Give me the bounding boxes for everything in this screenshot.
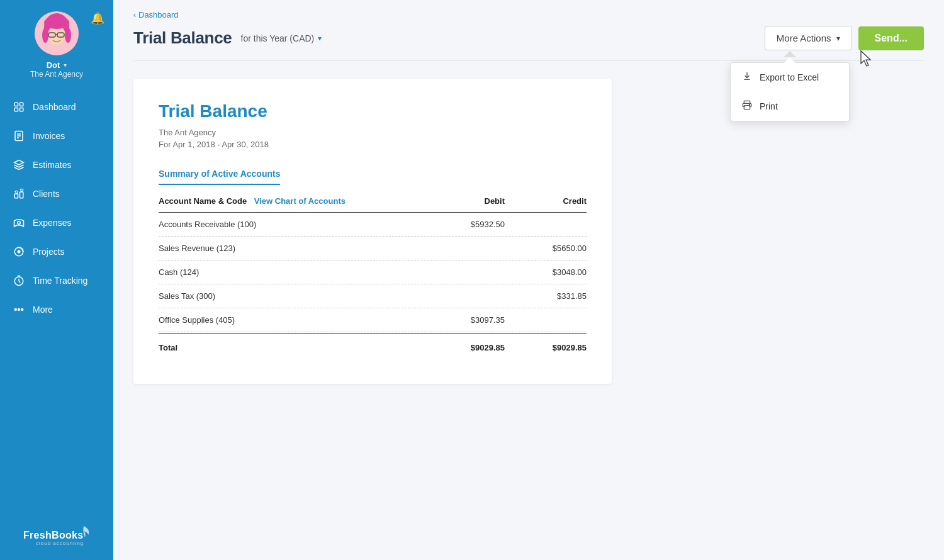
row-account-0: Accounts Receivable (100): [159, 220, 417, 229]
sidebar-item-label-estimates: Estimates: [33, 160, 71, 170]
row-account-4: Office Supplies (405): [159, 315, 417, 325]
period-selector[interactable]: for this Year (CAD) ▾: [241, 33, 322, 43]
dropdown-item-print[interactable]: Print: [731, 92, 849, 121]
svg-point-19: [18, 221, 21, 225]
total-row: Total $9029.85 $9029.85: [159, 333, 587, 359]
table-row: Accounts Receivable (100) $5932.50: [159, 213, 587, 237]
svg-rect-12: [20, 108, 23, 111]
col-debit-header: Debit: [417, 196, 505, 206]
table-row: Office Supplies (405) $3097.35: [159, 308, 587, 332]
row-credit-1: $5650.00: [505, 244, 587, 253]
page-title-group: Trial Balance for this Year (CAD) ▾: [133, 28, 322, 48]
sidebar-item-label-projects: Projects: [33, 247, 65, 257]
row-account-2: Cash (124): [159, 267, 417, 277]
svg-point-27: [18, 309, 20, 311]
svg-point-28: [21, 309, 23, 311]
sidebar-item-label-more: More: [33, 305, 53, 315]
sidebar-item-clients[interactable]: Clients: [0, 179, 113, 208]
download-icon: [742, 71, 752, 84]
more-actions-dropdown: Export to Excel Print: [730, 62, 850, 121]
table-row: Cash (124) $3048.00: [159, 260, 587, 284]
sidebar-item-label-invoices: Invoices: [33, 131, 65, 141]
row-debit-0: $5932.50: [417, 220, 505, 229]
sidebar-item-label-dashboard: Dashboard: [33, 102, 76, 112]
accounts-table: Account Name & Code View Chart of Accoun…: [159, 196, 587, 359]
time-tracking-icon: [13, 274, 25, 287]
sidebar-item-label-time-tracking: Time Tracking: [33, 276, 87, 286]
projects-icon: [13, 245, 25, 258]
sidebar-item-estimates[interactable]: Estimates: [0, 150, 113, 179]
clients-icon: [13, 188, 25, 200]
expenses-icon: [13, 216, 25, 229]
total-credit: $9029.85: [505, 343, 587, 352]
svg-point-3: [44, 16, 69, 29]
svg-point-33: [749, 104, 750, 105]
estimates-icon: [13, 159, 25, 171]
notification-bell-icon[interactable]: 🔔: [91, 11, 104, 25]
export-excel-label: Export to Excel: [760, 72, 819, 82]
svg-line-24: [19, 281, 20, 283]
send-button[interactable]: Send...: [858, 26, 924, 50]
col-credit-header: Credit: [505, 196, 587, 206]
breadcrumb[interactable]: ‹ Dashboard: [133, 10, 924, 20]
sidebar-item-dashboard[interactable]: Dashboard: [0, 92, 113, 121]
more-icon: [13, 303, 25, 316]
svg-rect-9: [14, 103, 18, 106]
svg-point-7: [42, 28, 48, 43]
freshbooks-logo: FreshBooks cloud accounting: [22, 524, 91, 550]
col-account-header: Account Name & Code View Chart of Accoun…: [159, 196, 417, 206]
avatar[interactable]: [35, 11, 79, 55]
svg-text:FreshBooks: FreshBooks: [23, 530, 83, 540]
profile-name[interactable]: Dot ▾: [47, 60, 67, 70]
dashboard-icon: [13, 101, 25, 113]
report-period: For Apr 1, 2018 - Apr 30, 2018: [159, 140, 587, 149]
row-account-1: Sales Revenue (123): [159, 244, 417, 253]
view-chart-link[interactable]: View Chart of Accounts: [254, 196, 346, 206]
sidebar-footer: FreshBooks cloud accounting: [12, 513, 101, 560]
profile-section: 🔔 Dot ▾: [0, 0, 113, 86]
sidebar: 🔔 Dot ▾: [0, 0, 113, 560]
page-header: ‹ Dashboard Trial Balance for this Year …: [113, 0, 944, 61]
total-debit: $9029.85: [417, 343, 505, 352]
table-row: Sales Tax (300) $331.85: [159, 284, 587, 308]
more-actions-button[interactable]: More Actions ▾: [765, 26, 852, 50]
breadcrumb-arrow-icon: ‹: [133, 11, 136, 20]
more-actions-chevron-icon: ▾: [836, 34, 840, 43]
report-title: Trial Balance: [159, 101, 587, 121]
dropdown-item-export-excel[interactable]: Export to Excel: [731, 63, 849, 92]
svg-text:cloud accounting: cloud accounting: [36, 540, 84, 546]
sidebar-item-invoices[interactable]: Invoices: [0, 121, 113, 150]
row-debit-4: $3097.35: [417, 315, 505, 325]
breadcrumb-label: Dashboard: [138, 10, 179, 20]
svg-point-26: [14, 309, 16, 311]
invoices-icon: [13, 130, 25, 142]
period-dropdown-arrow-icon: ▾: [318, 34, 322, 43]
send-label: Send...: [875, 33, 907, 43]
section-title: Summary of Active Accounts: [159, 169, 280, 185]
sidebar-item-time-tracking[interactable]: Time Tracking: [0, 266, 113, 295]
table-row: Sales Revenue (123) $5650.00: [159, 237, 587, 260]
svg-rect-18: [20, 192, 23, 198]
more-actions-label: More Actions: [777, 33, 831, 43]
report-company: The Ant Agency: [159, 126, 587, 140]
profile-dropdown-arrow-icon: ▾: [64, 62, 67, 69]
period-label: for this Year (CAD): [241, 33, 315, 43]
table-header-row: Account Name & Code View Chart of Accoun…: [159, 196, 587, 213]
print-icon: [742, 100, 752, 113]
sidebar-item-label-expenses: Expenses: [33, 218, 71, 228]
svg-point-21: [18, 250, 21, 254]
profile-company: The Ant Agency: [30, 70, 83, 79]
total-label: Total: [159, 343, 417, 352]
row-account-3: Sales Tax (300): [159, 291, 417, 301]
svg-rect-10: [20, 103, 23, 106]
sidebar-item-projects[interactable]: Projects: [0, 237, 113, 266]
svg-rect-32: [744, 106, 750, 109]
main-content: ‹ Dashboard Trial Balance for this Year …: [113, 0, 944, 560]
dropdown-arrow: [784, 57, 795, 63]
report-content-area: Trial Balance The Ant Agency For Apr 1, …: [113, 61, 944, 560]
sidebar-nav: Dashboard Invoices Estimates Clients: [0, 92, 113, 513]
sidebar-item-expenses[interactable]: Expenses: [0, 208, 113, 237]
page-title: Trial Balance: [133, 28, 232, 48]
row-credit-3: $331.85: [505, 291, 587, 301]
sidebar-item-more[interactable]: More: [0, 295, 113, 324]
